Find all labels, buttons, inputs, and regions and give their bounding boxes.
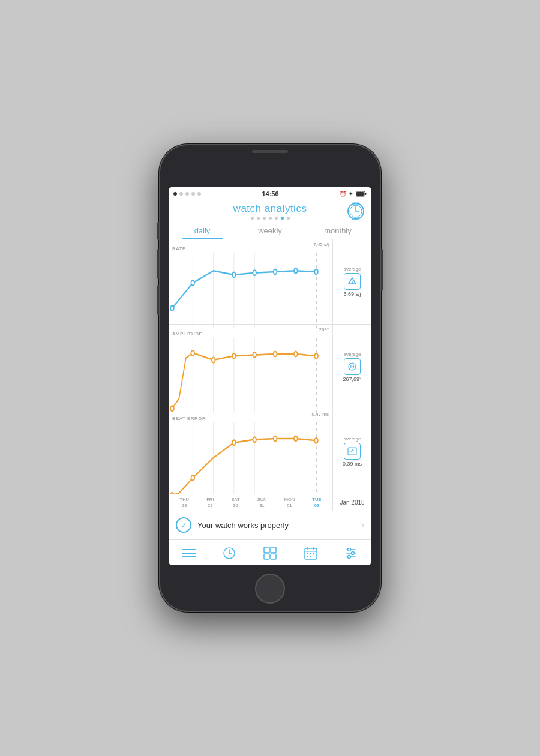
date-main: THU 28 FRI 29 SAT 30 SUN 31 MON 01 (169, 494, 332, 511)
app-header: watch analytics (169, 200, 371, 223)
status-banner[interactable]: ✓ Your watch works properly › (169, 511, 371, 539)
amplitude-chart-main: AMPLITUDE 269° (169, 325, 332, 409)
rate-chart-svg (172, 253, 330, 334)
rate-sidebar: average 6,69 s/j (332, 239, 371, 324)
svg-point-36 (294, 351, 298, 356)
svg-point-48 (232, 440, 236, 445)
svg-rect-62 (264, 554, 269, 559)
svg-point-33 (232, 353, 236, 358)
svg-rect-60 (264, 547, 269, 553)
battery-icon (356, 191, 367, 197)
tab-monthly[interactable]: monthly (304, 223, 371, 239)
status-time: 14:56 (262, 190, 278, 197)
date-tue[interactable]: TUE 02 (312, 497, 321, 508)
beat-error-value: 0,47 ms (312, 412, 329, 417)
pdot-6 (281, 217, 284, 220)
watch-app-icon (346, 202, 365, 221)
tab-daily[interactable]: daily (169, 223, 236, 239)
screen: 14:56 ⏰ ✦ watch analytics (169, 187, 371, 565)
app-title: watch analytics (233, 203, 307, 214)
svg-point-46 (170, 493, 174, 494)
svg-rect-68 (307, 553, 308, 554)
check-circle: ✓ (176, 517, 191, 533)
rate-label: RATE (172, 246, 186, 251)
rate-chart-main: RATE 7,45 s/j (169, 239, 332, 324)
svg-point-50 (274, 436, 277, 441)
amplitude-value: 269° (319, 327, 329, 332)
tab-weekly[interactable]: weekly (236, 223, 304, 239)
nav-menu[interactable] (178, 545, 200, 562)
beat-error-avg-label: average (344, 436, 361, 442)
rate-value: 7,45 s/j (313, 242, 329, 247)
date-mon[interactable]: MON 01 (284, 497, 295, 508)
nav-sliders[interactable] (340, 545, 362, 562)
pdot-2 (257, 217, 260, 220)
svg-rect-70 (313, 553, 314, 554)
pdot-3 (263, 217, 266, 220)
svg-rect-2 (356, 192, 364, 196)
date-thu[interactable]: THU 28 (180, 497, 189, 508)
bluetooth-icon: ✦ (349, 191, 353, 197)
svg-point-18 (253, 270, 256, 275)
svg-point-47 (191, 476, 194, 481)
status-text: Your watch works properly (197, 521, 355, 530)
svg-point-37 (314, 353, 318, 358)
beat-error-chart-section: BEAT ERROR 0,47 ms (169, 409, 371, 494)
phone-shell: 14:56 ⏰ ✦ watch analytics (159, 144, 381, 612)
dot-4 (191, 192, 195, 196)
nav-grid[interactable] (259, 545, 281, 562)
svg-point-78 (348, 556, 351, 559)
svg-point-49 (253, 437, 256, 442)
beat-error-label: BEAT ERROR (172, 416, 206, 421)
svg-rect-72 (310, 556, 311, 557)
date-sat[interactable]: SAT 30 (231, 497, 239, 508)
svg-point-51 (294, 436, 298, 441)
amplitude-chart-svg (172, 338, 330, 419)
beat-error-chart-svg (172, 422, 330, 494)
nav-calendar[interactable] (300, 545, 322, 562)
svg-point-76 (348, 548, 351, 551)
clock-icon (223, 547, 236, 560)
svg-point-15 (170, 305, 174, 310)
svg-point-35 (274, 351, 277, 356)
date-sun[interactable]: SUN 31 (257, 497, 267, 508)
amplitude-label: AMPLITUDE (172, 331, 202, 337)
sliders-icon (344, 547, 358, 560)
rate-avg-icon (344, 273, 361, 290)
beat-error-avg-icon (344, 443, 361, 460)
status-icons: ⏰ ✦ (340, 191, 367, 197)
bottom-nav (169, 539, 371, 565)
side-button-power (381, 249, 383, 291)
svg-rect-1 (365, 193, 366, 195)
svg-rect-61 (271, 547, 276, 553)
svg-point-34 (253, 352, 256, 357)
amplitude-sidebar: average 267,69° (332, 325, 371, 409)
rate-avg-label: average (344, 266, 361, 272)
nav-clock[interactable] (218, 545, 240, 562)
svg-point-32 (212, 357, 215, 362)
svg-point-52 (314, 438, 318, 443)
svg-rect-69 (310, 553, 311, 554)
beat-error-avg-value: 0,39 ms (343, 461, 362, 467)
grid-icon (263, 547, 277, 560)
chevron-right-icon: › (361, 520, 364, 530)
date-fri[interactable]: FRI 29 (206, 497, 214, 508)
amplitude-chart-section: AMPLITUDE 269° (169, 325, 371, 410)
rate-avg-value: 6,69 s/j (343, 291, 361, 297)
calendar-icon (304, 547, 317, 560)
svg-point-16 (191, 280, 194, 285)
amplitude-avg-label: average (344, 352, 361, 357)
beat-error-sidebar: average 0,39 ms (332, 409, 371, 494)
rate-chart-section: RATE 7,45 s/j (169, 239, 371, 325)
pdot-5 (275, 217, 278, 220)
dot-5 (197, 192, 201, 196)
check-icon: ✓ (181, 521, 187, 529)
side-button-vol-down (157, 285, 159, 315)
svg-point-19 (274, 269, 277, 274)
beat-error-chart-main: BEAT ERROR 0,47 ms (169, 409, 332, 494)
home-button[interactable] (255, 574, 285, 604)
tab-row: daily weekly monthly (169, 223, 371, 239)
side-button-mute (157, 222, 159, 240)
svg-point-21 (314, 269, 318, 274)
status-bar: 14:56 ⏰ ✦ (169, 187, 371, 200)
